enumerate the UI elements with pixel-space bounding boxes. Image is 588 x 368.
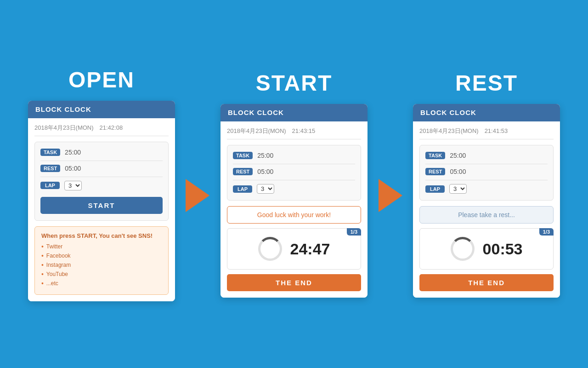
open-warning-title: When press START, You can't see SNS! — [41, 232, 162, 239]
open-datetime: 2018年4月23日(MON) 21:42:08 — [34, 124, 169, 136]
main-container: OPEN BLOCK CLOCK 2018年4月23日(MON) 21:42:0… — [18, 67, 570, 301]
list-item: Twitter — [41, 243, 162, 250]
open-title: OPEN — [68, 67, 135, 92]
rest-app-title: BLOCK CLOCK — [420, 109, 476, 116]
rest-divider2 — [425, 180, 548, 180]
open-warning-list: Twitter Facebook Instagram YouTube ...et… — [41, 243, 162, 287]
start-settings-card: TASK 25:00 REST 05:00 LAP 3 1 2 — [227, 145, 361, 201]
start-divider2 — [233, 180, 355, 180]
start-lap-select[interactable]: 3 1 2 — [257, 184, 274, 194]
rest-message-box: Please take a rest... — [419, 206, 554, 224]
open-app-title: BLOCK CLOCK — [35, 105, 91, 113]
list-item: Instagram — [41, 261, 162, 269]
rest-timer-value: 00:53 — [483, 240, 523, 258]
start-spinner-icon — [258, 237, 282, 261]
start-rest-badge: REST — [233, 168, 253, 175]
open-phone-header: BLOCK CLOCK — [28, 101, 175, 118]
rest-settings-card: TASK 25:00 REST 05:00 LAP 3 1 2 — [419, 145, 554, 201]
rest-lap-select[interactable]: 3 1 2 — [449, 184, 467, 194]
list-item: Facebook — [41, 252, 162, 259]
open-divider1 — [40, 161, 163, 161]
start-message-box: Good luck with your work! — [227, 206, 361, 224]
start-phone-body: 2018年4月23日(MON) 21:43:15 TASK 25:00 REST… — [220, 121, 368, 298]
rest-rest-badge: REST — [425, 168, 445, 175]
rest-task-badge: TASK — [425, 152, 445, 159]
rest-task-row: TASK 25:00 — [425, 152, 548, 159]
rest-phone-frame: BLOCK CLOCK 2018年4月23日(MON) 21:41:53 TAS… — [413, 104, 560, 298]
start-lap-row: LAP 3 1 2 — [233, 184, 355, 194]
start-rest-row: REST 05:00 — [233, 168, 355, 175]
list-item: ...etc — [41, 280, 162, 287]
open-phone-frame: BLOCK CLOCK 2018年4月23日(MON) 21:42:08 TAS… — [28, 101, 175, 301]
rest-end-button[interactable]: THE END — [419, 274, 554, 291]
rest-lap-badge: LAP — [425, 185, 445, 193]
start-timer-card: 1/3 24:47 — [227, 228, 361, 270]
start-end-button[interactable]: THE END — [227, 274, 361, 291]
start-lap-badge: LAP — [233, 185, 252, 193]
open-task-row: TASK 25:00 — [40, 149, 163, 156]
start-app-title: BLOCK CLOCK — [228, 109, 284, 116]
start-phone-header: BLOCK CLOCK — [220, 104, 368, 121]
start-task-value: 25:00 — [257, 152, 273, 159]
open-section: OPEN BLOCK CLOCK 2018年4月23日(MON) 21:42:0… — [18, 67, 185, 301]
start-rest-value: 05:00 — [257, 168, 273, 175]
start-section: START BLOCK CLOCK 2018年4月23日(MON) 21:43:… — [211, 70, 377, 298]
start-divider1 — [233, 164, 355, 164]
rest-rest-row: REST 05:00 — [425, 168, 548, 175]
rest-section: REST BLOCK CLOCK 2018年4月23日(MON) 21:41:5… — [403, 70, 570, 298]
start-timer-value: 24:47 — [290, 240, 330, 258]
open-lap-row: LAP 3 1 2 4 5 — [40, 181, 163, 190]
open-lap-badge: LAP — [40, 182, 60, 189]
open-start-button[interactable]: START — [40, 197, 163, 214]
rest-phone-body: 2018年4月23日(MON) 21:41:53 TASK 25:00 REST… — [413, 121, 560, 298]
rest-datetime: 2018年4月23日(MON) 21:41:53 — [419, 127, 554, 139]
open-divider2 — [40, 177, 163, 177]
start-lap-indicator: 1/3 — [347, 228, 361, 236]
rest-title: REST — [455, 70, 518, 96]
open-settings-card: TASK 25:00 REST 05:00 LAP 3 1 2 — [34, 142, 169, 221]
open-warning-card: When press START, You can't see SNS! Twi… — [34, 226, 169, 295]
rest-lap-indicator: 1/3 — [539, 228, 554, 236]
arrow2-container — [377, 179, 403, 212]
open-task-badge: TASK — [40, 149, 60, 156]
rest-timer-card: 1/3 00:53 — [419, 228, 554, 270]
open-rest-badge: REST — [40, 165, 60, 172]
arrow1-icon — [186, 179, 209, 212]
start-task-row: TASK 25:00 — [233, 152, 355, 159]
rest-task-value: 25:00 — [450, 152, 466, 159]
start-task-badge: TASK — [233, 152, 253, 159]
start-datetime: 2018年4月23日(MON) 21:43:15 — [227, 127, 361, 139]
open-rest-value: 05:00 — [65, 165, 81, 172]
start-title: START — [256, 70, 332, 96]
open-rest-row: REST 05:00 — [40, 165, 163, 172]
rest-lap-row: LAP 3 1 2 — [425, 184, 548, 194]
start-phone-frame: BLOCK CLOCK 2018年4月23日(MON) 21:43:15 TAS… — [220, 104, 368, 298]
rest-spinner-icon — [451, 237, 475, 261]
rest-divider1 — [425, 164, 548, 164]
rest-phone-header: BLOCK CLOCK — [413, 104, 560, 121]
arrow2-icon — [379, 179, 402, 212]
list-item: YouTube — [41, 270, 162, 278]
open-phone-body: 2018年4月23日(MON) 21:42:08 TASK 25:00 REST… — [28, 118, 175, 301]
open-task-value: 25:00 — [65, 149, 81, 156]
arrow1-container — [185, 179, 211, 212]
rest-rest-value: 05:00 — [450, 168, 466, 175]
open-lap-select[interactable]: 3 1 2 4 5 — [64, 181, 82, 190]
